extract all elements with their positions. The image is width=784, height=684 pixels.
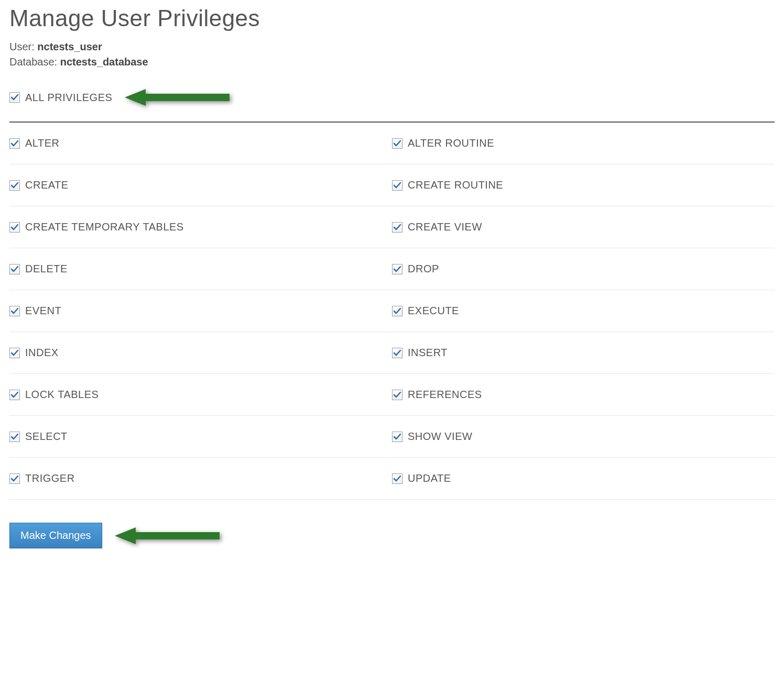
- privilege-checkbox-wrap[interactable]: EVENT: [9, 305, 61, 317]
- check-icon: [10, 93, 19, 102]
- privilege-cell: ALTER: [9, 123, 392, 164]
- privilege-label: ALTER: [25, 137, 59, 149]
- privilege-checkbox[interactable]: [9, 473, 20, 484]
- all-privileges-label: ALL PRIVILEGES: [25, 92, 112, 104]
- privilege-cell: REFERENCES: [392, 374, 775, 416]
- privilege-checkbox[interactable]: [392, 432, 402, 442]
- privilege-cell: CREATE ROUTINE: [392, 164, 775, 206]
- privilege-label: SELECT: [25, 431, 68, 443]
- privilege-checkbox-wrap[interactable]: INSERT: [392, 347, 448, 359]
- privilege-label: DELETE: [25, 263, 68, 275]
- database-line: Database: nctests_database: [9, 56, 775, 68]
- check-icon: [10, 181, 19, 190]
- manage-user-privileges-page: Manage User Privileges User: nctests_use…: [0, 0, 784, 569]
- privilege-label: CREATE ROUTINE: [408, 179, 503, 191]
- privilege-label: REFERENCES: [408, 389, 482, 401]
- check-icon: [393, 391, 401, 399]
- privilege-checkbox[interactable]: [392, 473, 402, 484]
- privileges-grid: ALTERALTER ROUTINECREATECREATE ROUTINECR…: [9, 123, 775, 500]
- privilege-cell: EXECUTE: [392, 290, 775, 332]
- privilege-label: UPDATE: [408, 472, 451, 484]
- privilege-checkbox[interactable]: [392, 222, 402, 233]
- check-icon: [10, 139, 19, 148]
- privilege-checkbox-wrap[interactable]: CREATE ROUTINE: [392, 179, 503, 191]
- all-privileges-row: ALL PRIVILEGES: [9, 88, 775, 123]
- privilege-checkbox[interactable]: [9, 348, 20, 358]
- privilege-cell: CREATE: [9, 164, 392, 206]
- privilege-checkbox-wrap[interactable]: CREATE TEMPORARY TABLES: [9, 221, 184, 233]
- privilege-checkbox-wrap[interactable]: UPDATE: [392, 472, 451, 484]
- database-label: Database:: [9, 56, 57, 68]
- privilege-label: ALTER ROUTINE: [408, 137, 494, 149]
- privilege-label: EVENT: [25, 305, 61, 317]
- check-icon: [10, 265, 19, 273]
- privilege-checkbox-wrap[interactable]: DROP: [392, 263, 439, 275]
- privilege-checkbox[interactable]: [9, 264, 20, 274]
- check-icon: [10, 349, 19, 357]
- privilege-checkbox-wrap[interactable]: CREATE: [9, 179, 69, 191]
- privilege-checkbox-wrap[interactable]: SHOW VIEW: [392, 431, 472, 443]
- privilege-label: TRIGGER: [25, 472, 75, 484]
- user-label: User:: [9, 41, 35, 52]
- privilege-label: DROP: [408, 263, 439, 275]
- all-privileges-checkbox-wrap[interactable]: ALL PRIVILEGES: [9, 92, 112, 104]
- privilege-label: INDEX: [25, 347, 59, 359]
- privilege-checkbox-wrap[interactable]: ALTER: [9, 137, 59, 149]
- submit-row: Make Changes: [9, 523, 775, 548]
- check-icon: [393, 349, 401, 357]
- svg-marker-1: [115, 527, 220, 544]
- check-icon: [10, 391, 19, 399]
- privilege-cell: INSERT: [392, 332, 775, 374]
- privilege-checkbox-wrap[interactable]: LOCK TABLES: [9, 389, 99, 401]
- privilege-checkbox[interactable]: [392, 138, 402, 149]
- privilege-checkbox[interactable]: [392, 264, 402, 274]
- page-title: Manage User Privileges: [9, 5, 775, 31]
- svg-marker-0: [125, 89, 230, 106]
- privilege-checkbox[interactable]: [392, 348, 402, 358]
- privilege-checkbox-wrap[interactable]: CREATE VIEW: [392, 221, 482, 233]
- privilege-label: CREATE: [25, 179, 69, 191]
- privilege-checkbox[interactable]: [9, 138, 20, 149]
- check-icon: [393, 223, 401, 231]
- privilege-label: LOCK TABLES: [25, 389, 99, 401]
- all-privileges-checkbox[interactable]: [9, 92, 20, 103]
- user-line: User: nctests_user: [9, 41, 775, 53]
- database-value: nctests_database: [60, 56, 148, 68]
- check-icon: [10, 307, 19, 315]
- privilege-checkbox-wrap[interactable]: SELECT: [9, 431, 68, 443]
- privilege-checkbox-wrap[interactable]: EXECUTE: [392, 305, 459, 317]
- privilege-checkbox[interactable]: [9, 306, 20, 316]
- privilege-checkbox[interactable]: [392, 306, 402, 316]
- privilege-checkbox-wrap[interactable]: REFERENCES: [392, 389, 482, 401]
- privilege-checkbox[interactable]: [9, 222, 20, 233]
- privilege-checkbox[interactable]: [392, 390, 402, 400]
- annotation-arrow-icon: [125, 88, 230, 107]
- privilege-checkbox[interactable]: [9, 432, 20, 442]
- privilege-label: CREATE TEMPORARY TABLES: [25, 221, 184, 233]
- make-changes-button[interactable]: Make Changes: [9, 523, 102, 548]
- privilege-cell: SELECT: [9, 416, 392, 458]
- privilege-cell: EVENT: [9, 290, 392, 332]
- privilege-checkbox[interactable]: [9, 390, 20, 400]
- privilege-checkbox-wrap[interactable]: DELETE: [9, 263, 68, 275]
- privilege-cell: CREATE VIEW: [392, 206, 775, 248]
- privilege-cell: SHOW VIEW: [392, 416, 775, 458]
- privilege-checkbox-wrap[interactable]: ALTER ROUTINE: [392, 137, 494, 149]
- user-value: nctests_user: [37, 41, 102, 52]
- privilege-label: EXECUTE: [408, 305, 459, 317]
- privilege-label: CREATE VIEW: [408, 221, 482, 233]
- privilege-cell: TRIGGER: [9, 458, 392, 500]
- privilege-cell: DROP: [392, 248, 775, 290]
- privilege-label: INSERT: [408, 347, 448, 359]
- privilege-cell: CREATE TEMPORARY TABLES: [9, 206, 392, 248]
- privilege-cell: UPDATE: [392, 458, 775, 500]
- privilege-checkbox-wrap[interactable]: INDEX: [9, 347, 59, 359]
- privilege-checkbox[interactable]: [392, 180, 402, 191]
- check-icon: [393, 181, 401, 190]
- privilege-checkbox[interactable]: [9, 180, 20, 191]
- check-icon: [10, 475, 19, 483]
- privilege-cell: ALTER ROUTINE: [392, 123, 775, 164]
- privilege-cell: INDEX: [9, 332, 392, 374]
- privilege-checkbox-wrap[interactable]: TRIGGER: [9, 472, 75, 484]
- check-icon: [10, 433, 19, 441]
